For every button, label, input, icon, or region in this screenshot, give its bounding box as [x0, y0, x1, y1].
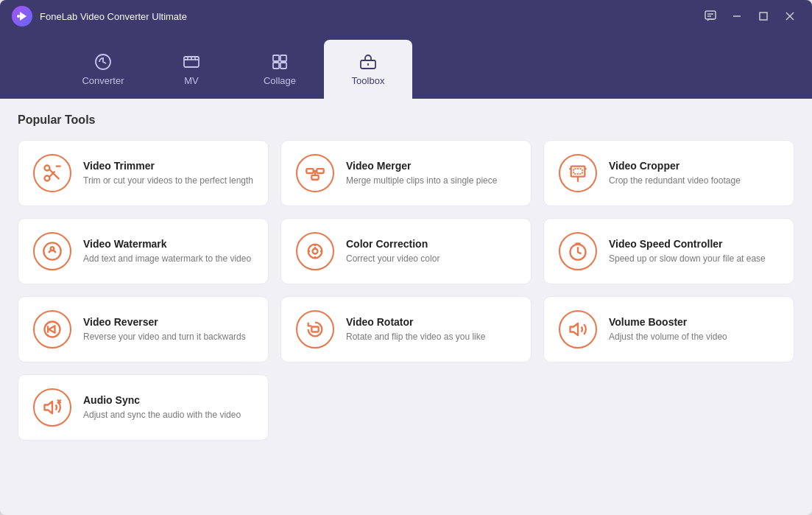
- svg-marker-39: [571, 323, 579, 335]
- tool-desc-video-rotator: Rotate and flip the video as you like: [346, 331, 516, 343]
- tool-desc-video-cropper: Crop the redundant video footage: [609, 175, 779, 187]
- video-merger-icon: [296, 154, 334, 192]
- svg-point-35: [45, 322, 60, 337]
- video-speed-controller-icon: [559, 232, 597, 270]
- svg-point-33: [313, 249, 318, 254]
- tab-mv[interactable]: MV: [147, 40, 236, 99]
- svg-marker-40: [45, 402, 53, 413]
- svg-rect-18: [280, 63, 286, 69]
- maximize-button[interactable]: [753, 6, 774, 27]
- svg-point-31: [51, 247, 54, 251]
- main-content: Popular Tools Video Trimmer: [0, 99, 812, 515]
- tool-desc-video-reverser: Reverse your video and turn it backwards: [83, 331, 253, 343]
- tool-card-video-speed-controller[interactable]: Video Speed Controller Speed up or slow …: [543, 218, 794, 284]
- tool-name-volume-booster: Volume Booster: [609, 316, 779, 328]
- svg-rect-16: [280, 55, 286, 61]
- svg-rect-38: [311, 327, 318, 332]
- tool-card-video-watermark[interactable]: Video Watermark Add text and image water…: [18, 218, 269, 284]
- tool-name-video-trimmer: Video Trimmer: [83, 160, 253, 172]
- tool-desc-video-watermark: Add text and image watermark to the vide…: [83, 253, 253, 265]
- video-watermark-icon: [33, 232, 71, 270]
- app-title: FoneLab Video Converter Ultimate: [40, 11, 700, 22]
- title-bar: FoneLab Video Converter Ultimate: [0, 0, 812, 32]
- tool-name-video-merger: Video Merger: [346, 160, 516, 172]
- svg-rect-30: [573, 169, 582, 174]
- svg-point-32: [308, 245, 322, 259]
- tool-name-video-watermark: Video Watermark: [83, 238, 253, 250]
- svg-point-1: [17, 15, 20, 18]
- svg-line-23: [49, 169, 59, 179]
- minimize-button[interactable]: [727, 6, 747, 27]
- svg-rect-17: [273, 63, 279, 69]
- tool-desc-video-speed-controller: Speed up or slow down your file at ease: [609, 253, 779, 265]
- tool-info-volume-booster: Volume Booster Adjust the volume of the …: [609, 316, 779, 343]
- app-logo: [12, 6, 32, 27]
- svg-rect-6: [760, 13, 767, 20]
- svg-rect-27: [317, 169, 323, 173]
- audio-sync-icon: [33, 388, 71, 427]
- tools-grid: Video Trimmer Trim or cut your videos to…: [18, 140, 794, 441]
- tool-name-video-rotator: Video Rotator: [346, 316, 516, 328]
- tool-card-video-trimmer[interactable]: Video Trimmer Trim or cut your videos to…: [18, 140, 269, 206]
- tool-info-video-merger: Video Merger Merge multiple clips into a…: [346, 160, 516, 187]
- svg-rect-26: [306, 169, 313, 173]
- svg-marker-0: [20, 12, 27, 21]
- tool-info-video-speed-controller: Video Speed Controller Speed up or slow …: [609, 238, 779, 265]
- section-title: Popular Tools: [18, 113, 794, 127]
- tool-desc-video-trimmer: Trim or cut your videos to the perfect l…: [83, 175, 253, 187]
- tool-name-color-correction: Color Correction: [346, 238, 516, 250]
- content-scroll[interactable]: Popular Tools Video Trimmer: [0, 99, 812, 515]
- tool-desc-volume-booster: Adjust the volume of the video: [609, 331, 779, 343]
- nav-bar: Converter MV Collage: [0, 32, 812, 99]
- tool-info-video-trimmer: Video Trimmer Trim or cut your videos to…: [83, 160, 253, 187]
- tool-desc-color-correction: Correct your video color: [346, 253, 516, 265]
- tool-name-video-speed-controller: Video Speed Controller: [609, 238, 779, 250]
- tool-card-video-reverser[interactable]: Video Reverser Reverse your video and tu…: [18, 296, 269, 362]
- tool-card-video-merger[interactable]: Video Merger Merge multiple clips into a…: [280, 140, 532, 206]
- tab-converter-label: Converter: [82, 75, 124, 86]
- tool-info-video-cropper: Video Cropper Crop the redundant video f…: [609, 160, 779, 187]
- tool-name-video-cropper: Video Cropper: [609, 160, 779, 172]
- tool-desc-video-merger: Merge multiple clips into a single piece: [346, 175, 516, 187]
- tool-info-video-rotator: Video Rotator Rotate and flip the video …: [346, 316, 516, 343]
- svg-rect-2: [705, 11, 716, 19]
- volume-booster-icon: [559, 310, 597, 348]
- svg-rect-29: [571, 167, 585, 177]
- tool-info-video-watermark: Video Watermark Add text and image water…: [83, 238, 253, 265]
- video-cropper-icon: [559, 154, 597, 192]
- app-window: FoneLab Video Converter Ultimate: [0, 0, 812, 515]
- tool-card-video-cropper[interactable]: Video Cropper Crop the redundant video f…: [543, 140, 794, 206]
- tool-name-audio-sync: Audio Sync: [83, 394, 253, 406]
- video-reverser-icon: [33, 310, 71, 348]
- tool-card-audio-sync[interactable]: Audio Sync Adjust and sync the audio wit…: [18, 374, 269, 441]
- window-controls: [700, 6, 800, 27]
- tab-converter[interactable]: Converter: [59, 40, 147, 99]
- video-rotator-icon: [296, 310, 334, 348]
- video-trimmer-icon: [33, 154, 71, 192]
- tool-info-video-reverser: Video Reverser Reverse your video and tu…: [83, 316, 253, 343]
- tab-collage-label: Collage: [264, 75, 296, 86]
- tool-card-video-rotator[interactable]: Video Rotator Rotate and flip the video …: [280, 296, 532, 362]
- chat-button[interactable]: [700, 6, 721, 27]
- tab-toolbox[interactable]: Toolbox: [324, 40, 412, 99]
- tool-card-volume-booster[interactable]: Volume Booster Adjust the volume of the …: [543, 296, 794, 362]
- tab-collage[interactable]: Collage: [236, 40, 324, 99]
- svg-rect-15: [273, 55, 279, 61]
- tab-mv-label: MV: [184, 75, 199, 86]
- tool-card-color-correction[interactable]: Color Correction Correct your video colo…: [280, 218, 532, 284]
- tool-name-video-reverser: Video Reverser: [83, 316, 253, 328]
- color-correction-icon: [296, 232, 334, 270]
- tab-toolbox-label: Toolbox: [352, 75, 385, 86]
- tool-info-color-correction: Color Correction Correct your video colo…: [346, 238, 516, 265]
- svg-marker-36: [49, 326, 54, 332]
- tool-desc-audio-sync: Adjust and sync the audio with the video: [83, 409, 253, 421]
- tool-info-audio-sync: Audio Sync Adjust and sync the audio wit…: [83, 394, 253, 421]
- close-button[interactable]: [780, 6, 800, 27]
- svg-rect-28: [311, 175, 318, 180]
